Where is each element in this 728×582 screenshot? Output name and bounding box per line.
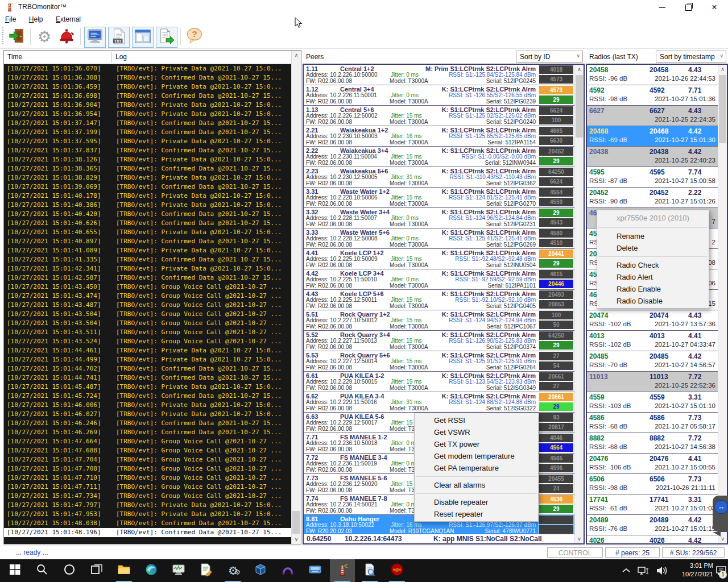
log-row[interactable]: [10/27/2021 15:01:45.724][TRBO/evt]: Con… [4,392,292,401]
log-row[interactable]: [10/27/2021 15:01:43.450][TRBO/evt]: Gro… [4,282,292,292]
edge-browser-taskbar-button[interactable] [139,559,164,582]
radio-row[interactable]: 11013110137.722021-10-25 22:52:36 [587,372,718,392]
tray-volume-icon[interactable] [653,559,670,582]
log-row[interactable]: [10/27/2021 15:01:44.499][TRBO/evt]: Pri… [4,355,292,364]
log-row[interactable]: [10/27/2021 15:01:47.688][TRBO/evt]: Gro… [4,446,292,455]
task-view-taskbar-button[interactable] [84,559,109,582]
log-row[interactable]: [10/27/2021 15:01:47.704][TRBO/evt]: Gro… [4,455,292,464]
log-row[interactable]: [10/27/2021 15:01:47.797][TRBO/evt]: Pri… [4,501,292,510]
log-row[interactable]: [10/27/2021 15:01:43.511][TRBO/evt]: Gro… [4,328,292,337]
peer-row[interactable]: 6.61PUA KILEA 1-2K: S1:LCPtrnk S2:LCPtrn… [304,372,584,392]
peer-row[interactable]: 4.43Koele LCP 5+6K: S1:LCPtrnk S2:LCPtrn… [304,290,584,310]
log-scrollbar[interactable]: ∧ ∨ [291,51,301,544]
context-menu-item[interactable]: Clear all alarms [415,479,538,491]
log-row[interactable]: [10/27/2021 15:01:42.341][TRBO/evt]: Pri… [4,264,292,273]
log-row[interactable]: [10/27/2021 15:01:47.710][TRBO/evt]: Gro… [4,473,292,483]
log-row[interactable]: [10/27/2021 15:01:37.837][TRBO/evt]: Con… [4,146,292,155]
search-taskbar-button[interactable] [30,559,55,582]
log-row[interactable]: [10/27/2021 15:01:40.655][TRBO/evt]: Pri… [4,228,292,237]
peer-row[interactable]: 3.33Waste Water 5+6K: S1:LCPtrnk S2:LCPt… [304,228,584,249]
log-row[interactable]: [10/27/2021 15:01:46.269][TRBO/evt]: Con… [4,428,292,437]
log-row[interactable]: [10/27/2021 15:01:40.626][TRBO/evt]: Con… [4,219,292,228]
teamviewer-grip[interactable]: ↔ [713,496,728,532]
context-menu-item[interactable]: Get PA temperature [415,462,538,474]
scroll-up-icon[interactable]: ∧ [718,65,727,74]
radio-row[interactable]: 17741177413.31RSSI: -61 dB2021-10-27 15:… [587,494,718,515]
start-taskbar-button[interactable] [2,559,27,582]
settings-gear-button[interactable]: ⚙ [34,27,55,47]
scroll-up-icon[interactable]: ∧ [292,51,301,60]
peer-row[interactable]: 1.11Central 1+2M: Prim S1:LCPtrnk S2:LCP… [304,65,584,85]
context-menu-item[interactable]: Disable repeater [415,496,538,508]
log-row[interactable]: [10/27/2021 15:01:38.126][TRBO/evt]: Pri… [4,155,292,164]
context-menu-item[interactable]: Get RSSI [415,414,538,426]
doc-search-taskbar-button[interactable] [357,559,382,582]
notification-center-icon[interactable]: 1 [714,559,728,582]
context-menu-item[interactable]: Get TX power [415,438,538,450]
settings-gears-taskbar-button[interactable]: ⚙⚙ [221,559,246,582]
log-row[interactable]: [10/27/2021 15:01:43.524][TRBO/evt]: Gro… [4,337,292,346]
log-row[interactable]: [10/27/2021 15:01:43.504][TRBO/evt]: Gro… [4,310,292,319]
keyboard-app-taskbar-button[interactable] [303,559,328,582]
peers-scroll-thumb[interactable] [576,75,583,138]
peer-row[interactable]: 1.12Central 3+4K: S1:LCPtrnk S2:LCPtrnk … [304,85,584,106]
log-row[interactable]: [10/27/2021 15:01:47.953][TRBO/evt]: Pri… [4,510,292,519]
alarm-bell-button[interactable] [57,27,77,47]
cube-app-taskbar-button[interactable] [248,559,273,582]
log-row[interactable]: [10/27/2021 15:01:46.027][TRBO/evt]: Pri… [4,410,292,419]
log-scroll-thumb[interactable] [292,511,300,534]
log-row[interactable]: [10/27/2021 15:01:40.386][TRBO/evt]: Pri… [4,201,292,210]
context-menu-item[interactable]: Radio Check [597,259,709,271]
split-view-button[interactable] [132,27,154,48]
radios-scroll-thumb[interactable] [719,75,726,143]
peer-row[interactable]: 6.62PUA KILEA 3-4K: S1:LCPtrnk S2:LCPtrn… [304,392,584,413]
context-menu-item[interactable]: Delete [597,242,709,254]
scroll-up-icon[interactable]: ∧ [575,65,584,74]
scroll-down-icon[interactable]: ∨ [292,535,301,544]
log-row[interactable]: [10/27/2021 15:01:38.829][TRBO/evt]: Pri… [4,173,292,182]
menu-file[interactable]: File [0,14,21,24]
peers-sort-select[interactable]: Sort by ID ∨ [516,51,583,63]
tray-clock[interactable]: 3:01 PM 10/27/2021 [672,562,713,579]
exit-door-button[interactable] [7,27,27,47]
radio-row[interactable]: 401340134.41RSSI: -102 dB2021-10-27 04:3… [587,331,718,351]
radio-row[interactable]: 402640264.42 [587,535,718,543]
radios-scrollbar[interactable]: ∧ ∨ [718,65,727,543]
scroll-down-icon[interactable]: ∨ [575,534,584,543]
tat-app-taskbar-button[interactable]: t@t [384,559,410,582]
log-row[interactable]: [10/27/2021 15:01:47.734][TRBO/evt]: Gro… [4,492,292,501]
log-row[interactable]: [10/27/2021 15:01:47.664][TRBO/evt]: Gro… [4,437,292,446]
radio-row[interactable]: 20438204384.422021-10-25 22:40:23 [587,147,718,167]
text-log-button[interactable]: TXT [108,27,130,48]
peer-row[interactable]: 3.32Waste Water 3+4K: S1:LCPtrnk S2:LCPt… [304,208,584,228]
toolbar-grip[interactable] [2,27,3,45]
context-menu-item[interactable]: Radio Enable [597,283,709,295]
log-row[interactable]: [10/27/2021 15:01:47.711][TRBO/evt]: Gro… [4,483,292,492]
arc-app-taskbar-button[interactable] [275,559,300,582]
log-row[interactable]: [10/27/2021 15:01:40.420][TRBO/evt]: Con… [4,210,292,219]
peer-row[interactable]: 4.42Koele LCP 3+4K: S1:LCPtrnk S2:LCPtrn… [304,269,584,290]
context-menu-item[interactable]: Rename [597,230,709,242]
tray-network-icon[interactable] [635,559,652,582]
log-row[interactable]: [10/27/2021 15:01:36.459][TRBO/evt]: Pri… [4,82,292,92]
log-row[interactable]: [10/27/2021 15:01:45.487][TRBO/evt]: Pri… [4,383,292,392]
log-row[interactable]: [10/27/2021 15:01:48.196][TRBO/evt]: Con… [4,528,292,537]
log-row[interactable]: [10/27/2021 15:01:44.741][TRBO/evt]: Con… [4,373,292,383]
radio-row[interactable]: 458645867.73RSSI: -68 dB2021-10-27 05:58… [587,413,718,433]
radio-row[interactable]: 20476204764.41RSSI: -106 dB2021-10-27 15… [587,454,718,474]
cortana-taskbar-button[interactable] [57,559,82,582]
radio-row[interactable]: 888288827.72RSSI: -68 dB2021-10-27 14:56… [587,433,718,454]
menu-external[interactable]: External [51,14,86,24]
log-row[interactable]: [10/27/2021 15:01:36.954][TRBO/evt]: Pri… [4,110,292,119]
log-row[interactable]: [10/27/2021 15:01:43.487][TRBO/evt]: Gro… [4,301,292,310]
log-col-divider[interactable] [111,52,112,63]
radio-row[interactable]: 662766274.432021-10-25 22:24:35 [587,106,718,126]
radio-row[interactable]: 20474204744.43RSSI: -102 dB2021-10-27 13… [587,310,718,331]
log-row[interactable]: [10/27/2021 15:01:37.147][TRBO/evt]: Con… [4,119,292,128]
log-row[interactable]: [10/27/2021 15:01:44.461][TRBO/evt]: Pri… [4,346,292,355]
log-row[interactable]: [10/27/2021 15:01:43.504][TRBO/evt]: Gro… [4,319,292,328]
log-row[interactable]: [10/27/2021 15:01:36.698][TRBO/evt]: Con… [4,92,292,101]
context-menu-item[interactable]: Reset repeater [415,508,538,520]
log-row[interactable]: [10/27/2021 15:01:46.006][TRBO/evt]: Pri… [4,401,292,410]
log-row[interactable]: [10/27/2021 15:01:36.308][TRBO/evt]: Con… [4,73,292,82]
